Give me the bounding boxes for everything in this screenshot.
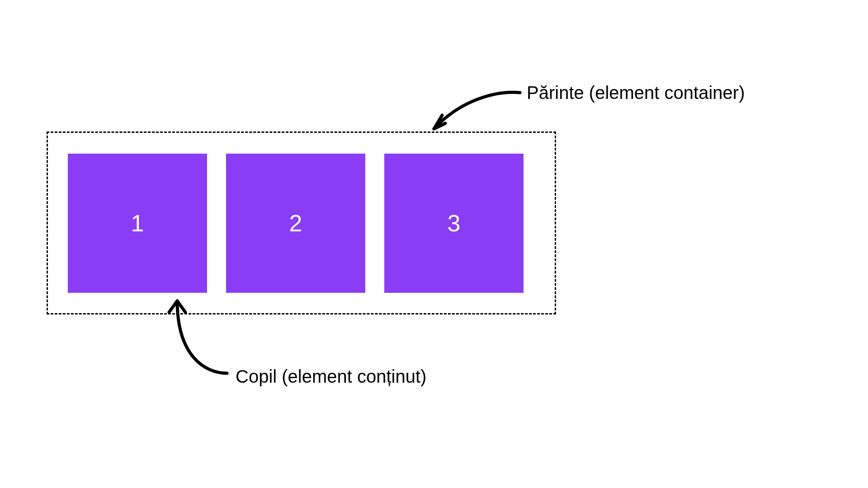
child-box-3: 3	[384, 154, 524, 293]
parent-container: 1 2 3	[47, 131, 556, 314]
child-number: 2	[289, 210, 302, 237]
child-box-1: 1	[68, 154, 207, 293]
child-label: Copil (element conținut)	[236, 366, 426, 387]
arrow-parent-icon	[420, 88, 524, 140]
child-number: 3	[448, 210, 461, 237]
child-number: 1	[131, 210, 144, 237]
child-box-2: 2	[226, 154, 365, 293]
parent-label: Părinte (element container)	[527, 83, 745, 103]
arrow-child-icon	[155, 287, 236, 378]
